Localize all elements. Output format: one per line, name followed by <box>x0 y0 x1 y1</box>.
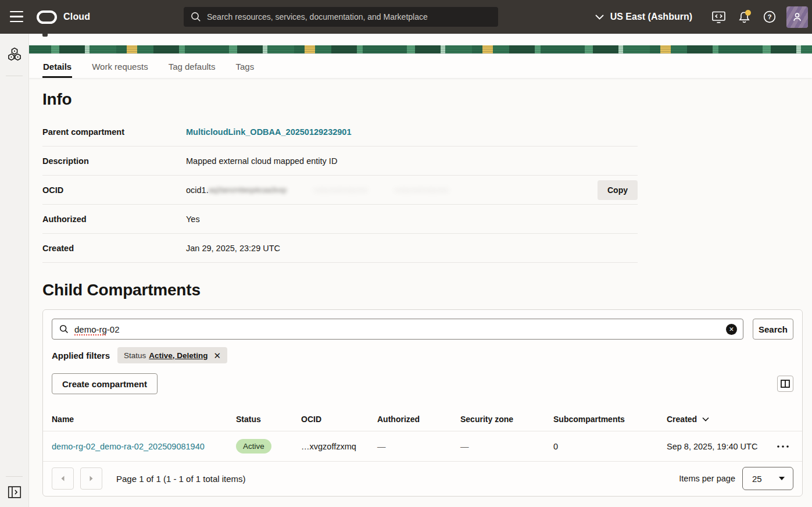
info-row-created: Created Jan 29, 2025, 23:29 UTC <box>42 234 638 263</box>
info-label: Description <box>42 156 186 166</box>
status-filter-chip: Status Active, Deleting ✕ <box>117 347 227 363</box>
col-header-ocid: OCID <box>301 415 377 424</box>
clear-search-icon[interactable]: ✕ <box>726 324 737 335</box>
icon-sidebar <box>0 34 29 507</box>
page-size-select[interactable]: 25 <box>742 467 793 490</box>
previous-page-button[interactable] <box>52 467 74 490</box>
compartments-table: Name Status OCID Authorized Security zon… <box>43 407 802 495</box>
page: Details Work requests Tag defaults Tags … <box>29 34 812 507</box>
triangle-right-icon <box>88 474 95 483</box>
chevron-down-icon <box>595 15 604 20</box>
ocid-prefix: ocid1. <box>186 185 209 195</box>
tab-work-requests[interactable]: Work requests <box>91 55 148 78</box>
filter-field: Status <box>124 351 146 360</box>
col-header-name: Name <box>52 415 236 424</box>
column-manager-button[interactable] <box>777 376 793 392</box>
search-value: demo-rg <box>74 324 107 334</box>
filter-values-link[interactable]: Active, Deleting <box>149 351 208 360</box>
global-search-input[interactable] <box>207 12 491 22</box>
global-search[interactable] <box>184 7 498 27</box>
pagination-bar: Page 1 of 1 (1 - 1 of 1 total items) Ite… <box>43 462 802 495</box>
remove-filter-icon[interactable]: ✕ <box>214 351 221 360</box>
parent-compartment-link[interactable]: MulticloudLink_ODBAA_20250129232901 <box>186 127 352 137</box>
page-size-value: 25 <box>752 474 762 484</box>
table-header-row: Name Status OCID Authorized Security zon… <box>43 407 802 431</box>
info-label: Created <box>42 244 186 253</box>
search-icon <box>191 12 201 22</box>
col-header-subcompartments: Subcompartments <box>553 415 667 424</box>
info-row-authorized: Authorized Yes <box>42 205 638 234</box>
help-icon: ? <box>763 10 777 24</box>
items-per-page-label: Items per page <box>679 474 735 483</box>
row-actions-button[interactable] <box>777 445 796 448</box>
tab-tags[interactable]: Tags <box>235 55 255 78</box>
created-value: Jan 29, 2025, 23:29 UTC <box>186 244 638 253</box>
main-content: Info Parent compartment MulticloudLink_O… <box>29 78 812 497</box>
notification-badge <box>745 10 751 16</box>
copy-button[interactable]: Copy <box>598 180 638 200</box>
expand-panel-icon[interactable] <box>8 486 21 501</box>
region-selector[interactable]: US East (Ashburn) <box>595 12 692 22</box>
info-title: Info <box>42 90 803 109</box>
create-compartment-button[interactable]: Create compartment <box>52 373 158 394</box>
oracle-logo-icon <box>37 10 57 24</box>
region-label: US East (Ashburn) <box>610 12 692 22</box>
search-button[interactable]: Search <box>753 319 793 340</box>
info-row-description: Description Mapped external cloud mapped… <box>42 147 638 176</box>
menu-icon[interactable] <box>10 11 23 22</box>
clipped-page-title-fragment <box>42 34 48 37</box>
tab-bar: Details Work requests Tag defaults Tags <box>29 53 812 78</box>
sort-chevron-icon <box>702 417 709 422</box>
triangle-left-icon <box>59 474 66 483</box>
tab-details[interactable]: Details <box>42 55 72 78</box>
console-icon <box>711 10 726 24</box>
redaction-smudge: redactedredacted <box>313 186 367 194</box>
tab-tag-defaults[interactable]: Tag defaults <box>168 55 216 78</box>
decorative-banner <box>29 45 812 53</box>
person-icon <box>791 11 803 23</box>
info-label: Parent compartment <box>42 127 186 137</box>
sidebar-divider <box>6 76 23 76</box>
brand-name: Cloud <box>63 12 90 22</box>
table-row: demo-rg-02_demo-ra-02_202509081940 Activ… <box>43 431 802 462</box>
child-compartments-title: Child Compartments <box>42 280 803 300</box>
col-header-created-sort[interactable]: Created <box>667 415 760 424</box>
compartments-icon[interactable] <box>7 47 22 64</box>
child-compartments-card: demo-rg-02 ✕ Search Applied filters Stat… <box>42 309 803 497</box>
search-icon <box>59 324 69 334</box>
info-rows: Parent compartment MulticloudLink_ODBAA_… <box>42 117 638 263</box>
page-summary: Page 1 of 1 (1 - 1 of 1 total items) <box>116 474 246 484</box>
brand: Cloud <box>37 0 90 34</box>
row-subcompartments: 0 <box>553 442 667 451</box>
ellipsis-icon <box>777 445 789 448</box>
row-authorized: — <box>377 442 460 451</box>
ocid-redacted-value: aq2tancmbeqxkcaa3vxp <box>209 185 287 194</box>
columns-icon <box>781 380 790 388</box>
compartment-name-link[interactable]: demo-rg-02_demo-ra-02_202509081940 <box>52 442 205 451</box>
next-page-button[interactable] <box>80 467 102 490</box>
info-row-ocid: OCID ocid1.aq2tancmbeqxkcaa3vxp redacted… <box>42 176 638 205</box>
topbar: Cloud US East (Ashburn) <box>0 0 812 34</box>
description-value: Mapped external cloud mapped entity ID <box>186 156 638 166</box>
col-header-status: Status <box>236 415 301 424</box>
help-button[interactable]: ? <box>759 5 781 28</box>
status-badge: Active <box>236 439 271 454</box>
row-ocid: …xvgzoffzxmq <box>301 442 377 451</box>
notifications-button[interactable] <box>733 5 755 28</box>
row-security-zone: — <box>460 442 553 451</box>
info-label: Authorized <box>42 215 186 224</box>
info-label: OCID <box>42 185 186 195</box>
sidebar-divider <box>6 476 23 477</box>
applied-filters-label: Applied filters <box>52 351 110 360</box>
info-row-parent-compartment: Parent compartment MulticloudLink_ODBAA_… <box>42 117 638 147</box>
compartment-search-input[interactable]: demo-rg-02 ✕ <box>52 319 743 340</box>
svg-text:?: ? <box>767 13 771 20</box>
row-created: Sep 8, 2025, 19:40 UTC <box>667 442 760 451</box>
profile-avatar[interactable] <box>786 6 808 28</box>
col-header-security-zone: Security zone <box>460 415 553 424</box>
cloud-shell-button[interactable] <box>707 5 729 28</box>
authorized-value: Yes <box>186 215 638 224</box>
redaction-smudge: redactedredacted <box>394 186 448 194</box>
scrolled-header-strip <box>29 34 812 45</box>
col-header-authorized: Authorized <box>377 415 460 424</box>
